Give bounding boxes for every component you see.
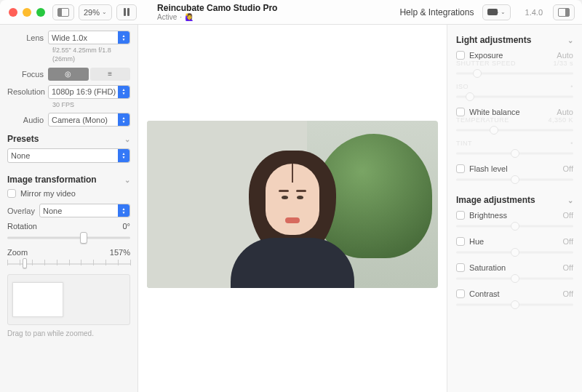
mirror-video-checkbox[interactable] [7,189,16,198]
video-preview[interactable] [147,121,438,288]
brightness-label: Brightness [469,211,563,220]
hue-checkbox[interactable] [456,237,465,246]
minimize-icon[interactable] [23,8,31,17]
presets-select[interactable]: None [7,148,130,163]
hue-label: Hue [469,237,563,246]
panel-left-icon [57,8,69,17]
titlebar: 29% ⌄ Reincubate Camo Studio Pro Active … [0,0,582,25]
version-label: 1.4.0 [525,8,543,17]
window-traffic-lights[interactable] [9,8,45,17]
user-emoji-icon: 🙋‍♀️ [185,13,194,21]
lens-meta-1: f/2.55" 4.25mm f/1.8 [52,47,130,55]
camera-source-dropdown[interactable]: ⌄ [482,4,510,20]
contrast-slider[interactable] [456,300,573,310]
app-title-block: Reincubate Camo Studio Pro Active · 🙋‍♀️ [157,3,277,21]
zoom-level-value: 29% [84,8,100,17]
zoom-level-dropdown[interactable]: 29% ⌄ [79,4,112,20]
app-status: Active [157,13,177,21]
flash-label: Flash level [469,164,563,173]
overlay-select[interactable]: None [39,204,130,217]
hue-slider[interactable] [456,247,573,257]
rotation-slider[interactable] [7,232,130,244]
video-preview-area [138,25,447,392]
maximize-icon[interactable] [36,8,45,17]
image-adjustments-header[interactable]: Image adjustments⌄ [456,195,573,205]
tint-slider[interactable] [456,148,573,159]
hue-value: Off [563,237,573,246]
saturation-value: Off [563,263,573,272]
chevron-down-icon: ⌄ [124,135,130,143]
exposure-checkbox[interactable] [456,51,465,60]
chevron-down-icon: ⌄ [124,176,130,184]
overlay-label: Overlay [7,207,39,215]
right-panel: Light adjustments⌄ ExposureAuto SHUTTER … [447,25,582,392]
zoom-label: Zoom [7,248,28,257]
pan-hint: Drag to pan while zoomed. [7,329,130,337]
app-title: Reincubate Camo Studio Pro [157,3,277,13]
pan-crop-preview[interactable] [7,274,130,325]
shutter-slider[interactable] [456,68,573,79]
pause-icon [124,8,129,16]
toggle-right-panel-button[interactable] [553,4,575,20]
resolution-label: Resolution [7,87,48,96]
app-window: 29% ⌄ Reincubate Camo Studio Pro Active … [0,0,582,392]
manual-focus-icon[interactable]: ≡ [90,68,131,81]
presets-header[interactable]: Presets⌄ [7,134,130,144]
rotation-value: 0° [122,222,130,231]
flash-checkbox[interactable] [456,164,465,173]
brightness-slider[interactable] [456,221,573,231]
brightness-checkbox[interactable] [456,211,465,220]
contrast-label: Contrast [469,289,563,298]
saturation-checkbox[interactable] [456,263,465,272]
toggle-left-panel-button[interactable] [52,4,74,20]
iso-slider[interactable] [456,92,573,102]
rotation-label: Rotation [7,222,37,231]
contrast-checkbox[interactable] [456,289,465,298]
flash-slider[interactable] [456,175,573,185]
panel-right-icon [558,8,570,17]
zoom-slider[interactable] [7,258,130,268]
focus-label: Focus [7,70,48,79]
chevron-down-icon: ⌄ [567,36,573,44]
contrast-value: Off [563,289,573,298]
saturation-label: Saturation [469,263,563,272]
temperature-slider[interactable] [456,125,573,135]
white-balance-label: White balance [469,108,557,116]
autofocus-icon[interactable]: ◎ [48,68,89,81]
close-icon[interactable] [9,8,17,17]
light-adjustments-header[interactable]: Light adjustments⌄ [456,35,573,45]
white-balance-checkbox[interactable] [456,108,465,116]
audio-label: Audio [7,116,48,124]
exposure-label: Exposure [469,51,557,60]
pause-button[interactable] [116,4,137,20]
video-camera-icon [487,9,498,15]
image-transformation-header[interactable]: Image transformation⌄ [7,175,130,185]
flash-value: Off [563,164,573,173]
left-panel: Lens Wide 1.0x f/2.55" 4.25mm f/1.8 (26m… [0,25,138,392]
resolution-select[interactable]: 1080p 16:9 (FHD) [48,85,130,99]
exposure-value: Auto [557,51,573,60]
lens-select[interactable]: Wide 1.0x [48,31,130,44]
zoom-value: 157% [110,248,130,257]
help-integrations-link[interactable]: Help & Integrations [399,7,474,17]
lens-label: Lens [7,33,48,42]
audio-select[interactable]: Camera (Mono) [48,113,130,127]
saturation-slider[interactable] [456,273,573,284]
brightness-value: Off [563,211,573,220]
chevron-down-icon: ⌄ [567,196,573,204]
white-balance-value: Auto [557,108,573,116]
mirror-video-label: Mirror my video [20,189,76,198]
focus-segmented-control[interactable]: ◎ ≡ [48,68,130,81]
lens-meta-2: (26mm) [52,55,130,63]
fps-meta: 30 FPS [52,101,130,109]
